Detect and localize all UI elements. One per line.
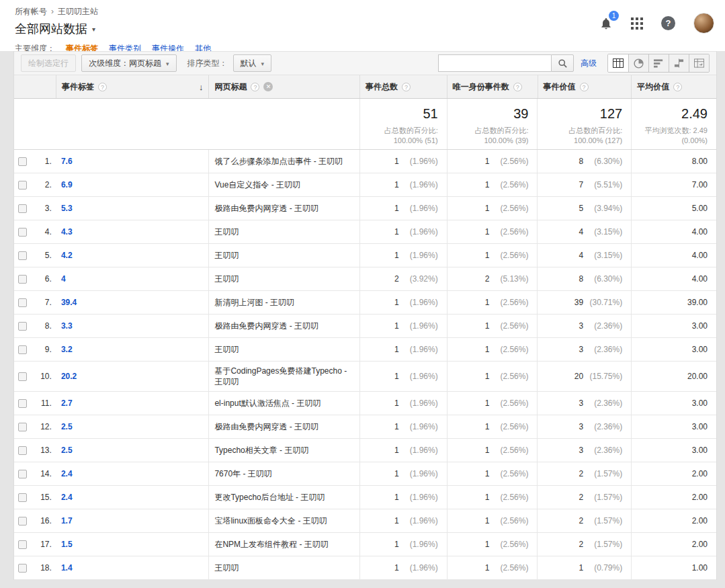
event-value-cell: 2 (1.57%) — [537, 486, 631, 509]
avatar[interactable] — [693, 13, 714, 34]
event-label-link[interactable]: 6.9 — [61, 180, 73, 190]
column-header-total-events[interactable]: 事件总数 — [359, 75, 447, 98]
avg-value-cell: 3.00 — [631, 392, 716, 415]
event-label-link[interactable]: 2.7 — [61, 398, 73, 408]
event-value-cell: 2 (1.57%) — [537, 462, 631, 485]
event-label-link[interactable]: 1.7 — [61, 516, 73, 526]
column-header-page-title[interactable]: 网页标题 — [208, 75, 359, 98]
row-checkbox[interactable] — [18, 181, 27, 190]
table-row: 13. 2.5 Typecho相关文章 - 王叨叨 1 (1.96%) 1 (2… — [14, 439, 716, 462]
row-checkbox[interactable] — [18, 251, 27, 260]
row-checkbox[interactable] — [18, 493, 27, 502]
cell-value: 4 — [579, 227, 584, 237]
apps-grid-button[interactable] — [631, 17, 643, 30]
avg-value-cell: 2.00 — [631, 486, 716, 509]
cell-value: 1 — [394, 227, 399, 237]
sort-type-dropdown[interactable]: 默认 — [233, 54, 272, 72]
comparison-view-button[interactable] — [669, 54, 689, 72]
event-label-link[interactable]: 2.5 — [61, 446, 73, 455]
total-events-cell: 1 (1.96%) — [359, 486, 447, 509]
cell-percent: (2.36%) — [586, 321, 622, 331]
event-label-link[interactable]: 1.4 — [61, 563, 73, 573]
notifications-button[interactable]: 1 — [599, 16, 613, 31]
column-label: 事件价值 — [544, 81, 576, 93]
event-label-link[interactable]: 5.3 — [61, 204, 73, 213]
row-index: 7. — [32, 298, 56, 307]
row-checkbox[interactable] — [18, 157, 27, 166]
row-checkbox[interactable] — [18, 298, 27, 307]
help-tooltip-icon[interactable] — [580, 83, 589, 91]
dimension-event-action[interactable]: 事件操作 — [152, 43, 184, 51]
dimension-other[interactable]: 其他 — [195, 43, 211, 51]
event-label-link[interactable]: 39.4 — [61, 298, 77, 307]
cell-value: 1 — [485, 493, 490, 502]
row-checkbox[interactable] — [18, 517, 27, 526]
cell-percent: (2.36%) — [586, 398, 622, 408]
help-tooltip-icon[interactable] — [251, 83, 259, 91]
event-label-cell: 4 — [56, 274, 209, 284]
help-tooltip-icon[interactable] — [513, 83, 522, 91]
secondary-dimension-dropdown[interactable]: 次级维度：网页标题 — [81, 54, 177, 72]
dimension-event-category[interactable]: 事件类别 — [109, 43, 141, 51]
event-label-link[interactable]: 4 — [61, 274, 66, 284]
row-checkbox[interactable] — [18, 446, 27, 455]
sort-descending-icon[interactable] — [199, 82, 204, 92]
page-title-cell: 在NPM上发布组件教程 - 王叨叨 — [208, 533, 359, 556]
help-tooltip-icon[interactable] — [98, 83, 107, 91]
dimension-event-label[interactable]: 事件标签 — [66, 43, 98, 51]
row-checkbox[interactable] — [18, 204, 27, 213]
performance-view-button[interactable] — [648, 54, 669, 72]
help-icon[interactable] — [661, 16, 675, 30]
avg-value-cell: 3.00 — [631, 338, 716, 361]
row-checkbox[interactable] — [18, 228, 27, 237]
cell-percent: (2.56%) — [492, 540, 528, 549]
event-label-link[interactable]: 20.2 — [61, 372, 77, 381]
event-label-link[interactable]: 7.6 — [61, 157, 73, 166]
event-label-cell: 20.2 — [56, 372, 209, 381]
event-label-link[interactable]: 3.3 — [61, 321, 73, 331]
table-view-icon — [613, 58, 624, 68]
breadcrumb-property[interactable]: 王叨叨主站 — [58, 7, 98, 16]
cell-value: 1 — [485, 180, 490, 190]
row-checkbox[interactable] — [18, 322, 27, 331]
event-label-link[interactable]: 3.2 — [61, 345, 73, 354]
row-checkbox[interactable] — [18, 345, 27, 354]
row-checkbox[interactable] — [18, 423, 27, 431]
avg-value-cell: 5.00 — [631, 197, 716, 220]
row-checkbox[interactable] — [18, 540, 27, 549]
cell-value: 2.00 — [692, 493, 708, 502]
event-value-cell: 4 (3.15%) — [537, 244, 631, 267]
chevron-down-icon[interactable] — [92, 26, 95, 33]
table-row: 5. 4.2 王叨叨 1 (1.96%) 1 (2.56%) 4 (3.15%)… — [14, 244, 716, 267]
row-checkbox[interactable] — [18, 372, 27, 381]
total-events-cell: 1 (1.96%) — [359, 439, 447, 462]
help-tooltip-icon[interactable] — [673, 83, 682, 91]
event-label-link[interactable]: 2.4 — [61, 493, 73, 502]
event-label-link[interactable]: 4.3 — [61, 227, 73, 237]
column-header-event-label[interactable]: 事件标签 — [56, 75, 209, 98]
event-label-link[interactable]: 2.4 — [61, 469, 73, 478]
advanced-search-link[interactable]: 高级 — [581, 58, 597, 69]
event-label-cell: 1.7 — [56, 516, 209, 526]
plot-rows-button[interactable]: 绘制选定行 — [21, 54, 76, 72]
event-label-link[interactable]: 1.5 — [61, 540, 73, 549]
total-events-cell: 1 (1.96%) — [359, 415, 447, 438]
column-header-event-value[interactable]: 事件价值 — [538, 75, 632, 98]
row-checkbox[interactable] — [18, 470, 27, 478]
event-label-link[interactable]: 4.2 — [61, 251, 73, 260]
cell-value: 2 — [394, 274, 399, 284]
search-button[interactable] — [551, 54, 574, 72]
row-checkbox[interactable] — [18, 275, 27, 284]
event-label-link[interactable]: 2.5 — [61, 422, 73, 431]
breadcrumb-account[interactable]: 所有帐号 — [15, 7, 47, 16]
pivot-view-button[interactable] — [689, 54, 709, 72]
row-checkbox[interactable] — [18, 564, 27, 573]
help-tooltip-icon[interactable] — [402, 83, 411, 91]
remove-secondary-dimension-icon[interactable] — [263, 82, 273, 91]
table-view-button[interactable] — [608, 54, 628, 72]
column-header-avg-value[interactable]: 平均价值 — [631, 75, 716, 98]
percentage-view-button[interactable] — [628, 54, 648, 72]
column-header-unique-events[interactable]: 唯一身份事件数 — [447, 75, 538, 98]
search-input[interactable] — [438, 54, 551, 72]
row-checkbox[interactable] — [18, 399, 27, 408]
